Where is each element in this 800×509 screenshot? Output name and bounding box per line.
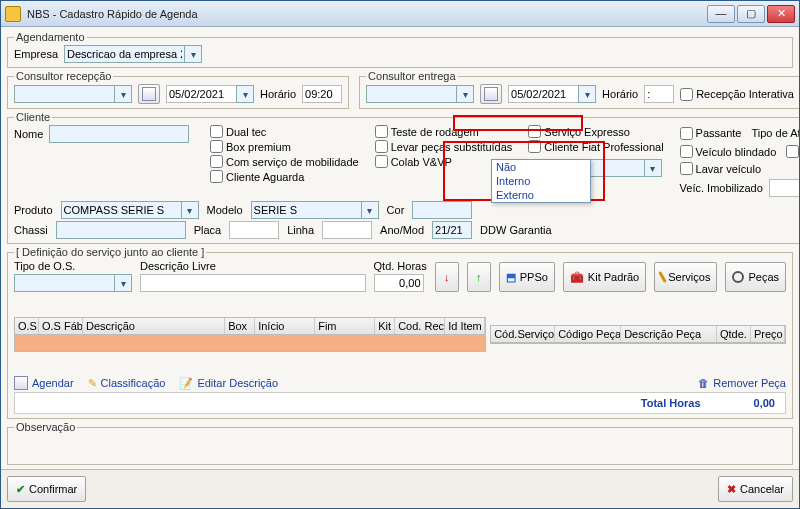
recepcao-interativa-check[interactable] (680, 88, 693, 101)
minimize-button[interactable]: — (707, 5, 735, 23)
tipo-os-select[interactable] (14, 274, 114, 292)
pecas-button[interactable]: Peças (725, 262, 786, 292)
move-down-button[interactable]: ↓ (435, 262, 459, 292)
cancel-icon: ✖ (727, 483, 736, 496)
anomod-field[interactable] (432, 221, 472, 239)
chevron-down-icon[interactable]: ▾ (114, 274, 132, 292)
retorno-option-nao[interactable]: Não (492, 160, 590, 174)
chevron-down-icon[interactable]: ▾ (361, 201, 379, 219)
check-passante[interactable] (680, 127, 693, 140)
servicos-button[interactable]: Serviços (654, 262, 717, 292)
chassi-field[interactable] (56, 221, 186, 239)
observacao-field[interactable] (14, 435, 786, 453)
grid-col-codrec[interactable]: Cod. Rec. (395, 318, 445, 334)
grid-col-qtde[interactable]: Qtde. (717, 326, 751, 342)
check-levar-pecas[interactable] (375, 140, 388, 153)
produto-select[interactable] (61, 201, 181, 219)
remover-peca-link[interactable]: 🗑Remover Peça (698, 377, 786, 389)
placa-field[interactable] (229, 221, 279, 239)
kit-padrao-button[interactable]: 🧰Kit Padrão (563, 262, 646, 292)
editar-descricao-link[interactable]: 📝Editar Descrição (179, 377, 278, 390)
servicos-grid[interactable]: O.S O.S Fáb. Descrição Box Início Fim Ki… (14, 317, 486, 352)
agendar-link[interactable]: Agendar (14, 376, 74, 390)
consultor-entrega-legend: Consultor entrega (366, 70, 457, 82)
modelo-label: Modelo (207, 204, 243, 216)
chevron-down-icon[interactable]: ▾ (236, 85, 254, 103)
nome-field[interactable] (49, 125, 189, 143)
check-mobilidade[interactable] (210, 155, 223, 168)
ddw-label: DDW Garantia (480, 224, 552, 236)
entrega-date-field[interactable] (508, 85, 578, 103)
gear-icon (732, 271, 744, 283)
chevron-down-icon[interactable]: ▾ (114, 85, 132, 103)
anomod-label: Ano/Mod (380, 224, 424, 236)
modelo-select[interactable] (251, 201, 361, 219)
grid-col-codservico[interactable]: Cód.Serviço: (491, 326, 555, 342)
tipo-os-label: Tipo de O.S. (14, 260, 132, 272)
table-row[interactable] (15, 335, 485, 351)
recepcao-horario-field[interactable] (302, 85, 342, 103)
classificacao-link[interactable]: ✎Classificação (88, 377, 166, 390)
grid-col-preco[interactable]: Preço (751, 326, 785, 342)
chevron-down-icon[interactable]: ▾ (181, 201, 199, 219)
grid-col-os[interactable]: O.S (15, 318, 39, 334)
grid-col-codpeca[interactable]: Código Peça: (555, 326, 621, 342)
retorno-dropdown-list[interactable]: Não Interno Externo (491, 159, 591, 203)
recepcao-date-field[interactable] (166, 85, 236, 103)
grid-col-inicio[interactable]: Início (255, 318, 315, 334)
check-box-premium[interactable] (210, 140, 223, 153)
entrega-horario-field[interactable] (644, 85, 674, 103)
empresa-select[interactable] (64, 45, 184, 63)
confirmar-button[interactable]: ✔Confirmar (7, 476, 86, 502)
consultor-entrega-select[interactable] (366, 85, 456, 103)
check-teste-rodagem[interactable] (375, 125, 388, 138)
retorno-option-interno[interactable]: Interno (492, 174, 590, 188)
chevron-down-icon[interactable]: ▾ (184, 45, 202, 63)
total-horas-row: Total Horas 0,00 (14, 392, 786, 414)
empresa-label: Empresa (14, 48, 58, 60)
desc-livre-field[interactable] (140, 274, 366, 292)
close-button[interactable]: ✕ (767, 5, 795, 23)
consultor-recepcao-select[interactable] (14, 85, 114, 103)
move-up-button[interactable]: ↑ (467, 262, 491, 292)
check-dual-tec[interactable] (210, 125, 223, 138)
chevron-down-icon[interactable]: ▾ (578, 85, 596, 103)
wrench-icon (658, 271, 667, 283)
qtd-horas-label: Qtd. Horas (374, 260, 427, 272)
qtd-horas-field[interactable] (374, 274, 424, 292)
app-window: NBS - Cadastro Rápido de Agenda — ▢ ✕ Ag… (0, 0, 800, 509)
maximize-button[interactable]: ▢ (737, 5, 765, 23)
grid-col-descricao[interactable]: Descrição (83, 318, 225, 334)
check-veic-blindado[interactable] (680, 145, 693, 158)
chevron-down-icon[interactable]: ▾ (456, 85, 474, 103)
cor-field[interactable] (412, 201, 472, 219)
calendar-icon[interactable] (138, 84, 160, 104)
ppso-button[interactable]: ⬒PPSo (499, 262, 555, 292)
consultor-recepcao-fieldset: Consultor recepção ▾ ▾ Horário (7, 70, 349, 109)
retorno-option-externo[interactable]: Externo (492, 188, 590, 202)
grid-col-box[interactable]: Box (225, 318, 255, 334)
agendamento-fieldset: Agendamento Empresa ▾ (7, 31, 793, 68)
calendar-icon (14, 376, 28, 390)
grid-col-osfab[interactable]: O.S Fáb. (39, 318, 83, 334)
check-fiat-professional[interactable] (528, 140, 541, 153)
definicao-fieldset: [ Definição do serviço junto ao cliente … (7, 246, 793, 419)
pecas-grid[interactable]: Cód.Serviço: Código Peça: Descrição Peça… (490, 325, 786, 344)
calendar-icon[interactable] (480, 84, 502, 104)
consultor-recepcao-legend: Consultor recepção (14, 70, 113, 82)
grid-col-iditem[interactable]: Id Item (445, 318, 485, 334)
grid-col-kit[interactable]: Kit (375, 318, 395, 334)
check-colab-vvp[interactable] (375, 155, 388, 168)
grid-col-descpeca[interactable]: Descrição Peça (621, 326, 717, 342)
check-lavar-veiculo[interactable] (680, 162, 693, 175)
observacao-legend: Observação (14, 421, 77, 433)
check-cliente-aguarda[interactable] (210, 170, 223, 183)
check-servico-expresso[interactable] (528, 125, 541, 138)
chevron-down-icon[interactable]: ▾ (644, 159, 662, 177)
footer-bar: ✔Confirmar ✖Cancelar (1, 469, 799, 508)
grid-col-fim[interactable]: Fim (315, 318, 375, 334)
linha-field[interactable] (322, 221, 372, 239)
cancelar-button[interactable]: ✖Cancelar (718, 476, 793, 502)
check-veic-modificado[interactable] (786, 145, 799, 158)
veic-imobilizado-select[interactable] (769, 179, 799, 197)
